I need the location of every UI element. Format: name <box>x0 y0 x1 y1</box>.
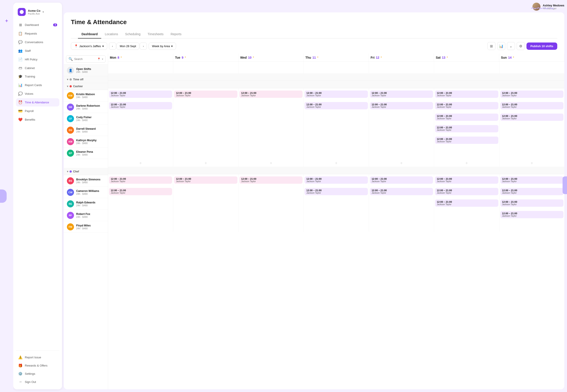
day-header-sat: Sat 13 * <box>434 54 499 62</box>
grid-row-kathryn: 12:00 – 21:00 Jackson Taylor <box>108 134 564 146</box>
right-panel: Mon 8 * Tue 9 * <box>108 54 564 389</box>
user-name: Ashley Medows <box>543 4 564 7</box>
sidebar-item-time-attendance[interactable]: ⏰ Time & Attendance <box>16 98 59 106</box>
shift-name: Jackson Taylor <box>306 192 366 194</box>
shift-card[interactable]: 12:00 – 21:00 Jackson Taylor <box>500 199 564 207</box>
shift-card[interactable]: 12:00 – 21:00 Jackson Taylor <box>174 176 237 184</box>
timeoff-chevron-icon[interactable]: ▾ <box>67 78 68 81</box>
sidebar-item-voices[interactable]: 💭 Voices <box>16 90 59 98</box>
shift-card[interactable]: 12:00 – 21:00 Jackson Taylor <box>500 91 564 98</box>
search-input[interactable] <box>74 57 96 61</box>
shift-card[interactable]: 12:00 – 21:00 Jackson Taylor <box>435 188 498 195</box>
sidebar-item-report-issue[interactable]: ⚠️ Report Issue <box>16 353 59 362</box>
sidebar-item-hr-policy[interactable]: 📄 HR Policy <box>16 55 59 64</box>
sidebar-item-conversations[interactable]: 💬 Conversations <box>16 38 59 46</box>
shift-card[interactable]: 12:00 – 21:00 Jackson Taylor <box>239 91 303 98</box>
shift-name: Jackson Taylor <box>437 94 496 97</box>
cashier-chevron-icon[interactable]: ▾ <box>67 85 68 88</box>
tab-timesheets[interactable]: Timesheets <box>144 30 167 39</box>
shift-card[interactable]: 12:00 – 21:00 Jackson Taylor <box>435 176 498 184</box>
tab-dashboard[interactable]: Dashboard <box>78 30 101 39</box>
publish-button[interactable]: Publish 10 shifts <box>526 42 557 50</box>
sidebar-item-dashboard[interactable]: ⊞ Dashboard 4 <box>16 21 59 29</box>
darrell-wed <box>239 123 304 134</box>
shift-card[interactable]: 12:00 – 21:00 Jackson Taylor <box>370 91 433 98</box>
view-button[interactable]: Week by Area ▾ <box>149 42 176 50</box>
shift-name: Jackson Taylor <box>437 203 496 206</box>
shift-name: Jackson Taylor <box>502 215 562 217</box>
shift-time: 12:00 – 21:00 <box>111 189 170 192</box>
grid-view-icon-button[interactable]: ⊞ <box>487 42 495 50</box>
shift-card[interactable]: 12:00 – 21:00 Jackson Taylor <box>174 91 237 98</box>
shift-card[interactable]: 12:00 – 21:00 Jackson Taylor <box>305 91 368 98</box>
chart-icon-button[interactable]: 📊 <box>497 42 505 50</box>
shift-card[interactable]: 12:00 – 21:00 Jackson Taylor <box>435 102 498 109</box>
shift-card[interactable]: 12:00 – 21:00 Jackson Taylor <box>109 102 172 109</box>
shift-card[interactable]: 12:00 – 21:00 Jackson Taylor <box>305 176 368 184</box>
emp-hours-floyd: 24h · $480 <box>76 227 91 230</box>
sidebar-item-sign-out[interactable]: → Sign Out <box>16 378 59 386</box>
tab-scheduling[interactable]: Scheduling <box>122 30 144 39</box>
eleanor-sat <box>434 146 499 157</box>
shift-card[interactable]: 12:00 – 21:00 Jackson Taylor <box>500 188 564 195</box>
settings-icon-button[interactable]: ⚙ <box>517 42 525 50</box>
shift-card[interactable]: 12:00 – 21:00 Jackson Taylor <box>370 188 433 195</box>
shift-card[interactable]: 12:00 – 21:00 Jackson Taylor <box>500 113 564 121</box>
emp-name-eleanor: Eleanor Pena <box>76 150 93 154</box>
company-info: Acme Co Pacific Ave <box>28 9 40 15</box>
darlene-tue <box>173 100 238 111</box>
shift-card[interactable]: 12:00 – 21:00 Jackson Taylor <box>370 102 433 109</box>
location-filter-icon[interactable]: 📍 <box>97 57 101 61</box>
next-week-button[interactable]: › <box>140 42 147 50</box>
prev-week-button[interactable]: ‹ <box>109 42 116 50</box>
sidebar-item-staff[interactable]: 👥 Staff <box>16 47 59 55</box>
brooklyn-tue: 12:00 – 21:00 Jackson Taylor <box>173 174 238 186</box>
kathryn-thu <box>304 134 369 146</box>
cashier-add-row: + + + + + + + <box>108 157 564 167</box>
shift-card[interactable]: 12:00 – 21:00 Jackson Taylor <box>435 199 498 207</box>
employee-row-brooklyn: BS Brooklyn Simmons 24h · $480 <box>64 175 108 187</box>
sidebar-item-label: HR Policy <box>25 58 37 61</box>
sidebar-item-training[interactable]: 🎓 Training <box>16 72 59 81</box>
plus-icon[interactable]: + <box>5 18 8 24</box>
shift-card[interactable]: 12:00 – 21:00 Jackson Taylor <box>239 176 303 184</box>
search-box[interactable]: 🔍 📍 ▾ <box>66 55 106 63</box>
cashier-dot <box>70 85 72 87</box>
shift-card[interactable]: 12:00 – 21:00 Jackson Taylor <box>109 188 172 195</box>
shift-card[interactable]: 12:00 – 21:00 Jackson Taylor <box>435 137 498 144</box>
shift-card[interactable]: 12:00 – 21:00 Jackson Taylor <box>305 102 368 109</box>
filter-chevron-icon[interactable]: ▾ <box>102 57 103 61</box>
location-button[interactable]: 📍 Jackson's Jaffles ▾ <box>71 42 107 50</box>
shift-card[interactable]: 12:00 – 21:00 Jackson Taylor <box>435 113 498 121</box>
tab-locations[interactable]: Locations <box>101 30 122 39</box>
shift-card[interactable]: 12:00 – 21:00 Jackson Taylor <box>500 102 564 109</box>
shift-card[interactable]: 12:00 – 21:00 Jackson Taylor <box>370 176 433 184</box>
sidebar-item-settings[interactable]: ⚙️ Settings <box>16 370 59 378</box>
shift-card[interactable]: 12:00 – 21:00 Jackson Taylor <box>500 176 564 184</box>
shift-card[interactable]: 12:00 – 21:00 Jackson Taylor <box>435 91 498 98</box>
shift-card[interactable]: 12:00 – 21:00 Jackson Taylor <box>305 188 368 195</box>
kristin-sun: 12:00 – 21:00 Jackson Taylor <box>499 88 564 100</box>
shift-card[interactable]: 12:00 – 21:00 Jackson Taylor <box>109 176 172 184</box>
sidebar-item-cabinet[interactable]: 🗃 Cabinet <box>16 64 59 72</box>
sidebar-item-benefits[interactable]: ❤️ Benefits <box>16 115 59 124</box>
sidebar-item-rewards[interactable]: 🎁 Rewards & Offers <box>16 362 59 370</box>
shift-card[interactable]: 12:00 – 21:00 Jackson Taylor <box>109 91 172 98</box>
tab-reports[interactable]: Reports <box>167 30 185 39</box>
timeoff-section-header: ▾ Time off <box>64 76 108 83</box>
robert-tue <box>173 209 238 220</box>
shift-card[interactable]: 12:00 – 21:00 Jackson Taylor <box>435 125 498 132</box>
shift-card[interactable]: 12:00 – 21:00 Jackson Taylor <box>500 211 564 218</box>
chef-chevron-icon[interactable]: ▾ <box>67 170 68 173</box>
more-options-button[interactable]: ⌄ <box>507 42 515 50</box>
shift-time: 12:00 – 21:00 <box>176 92 235 94</box>
sidebar-item-report-cards[interactable]: 📊 Report Cards <box>16 81 59 89</box>
sidebar-item-payroll[interactable]: 💳 Payroll <box>16 107 59 115</box>
company-logo[interactable]: Acme Co Pacific Ave ▾ <box>16 6 59 18</box>
cody-tue <box>173 111 238 123</box>
shift-name: Jackson Taylor <box>437 180 496 182</box>
company-chevron-icon[interactable]: ▾ <box>43 10 44 14</box>
emp-avatar-kathryn: KM <box>67 138 74 145</box>
shift-time: 12:00 – 21:00 <box>241 92 301 94</box>
sidebar-item-requests[interactable]: 📋 Requests <box>16 29 59 38</box>
